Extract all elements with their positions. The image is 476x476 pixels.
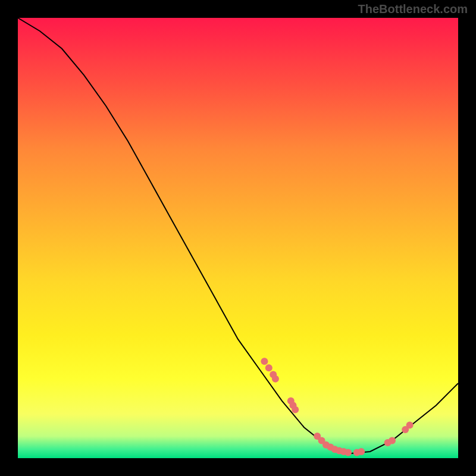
watermark-text: TheBottleneck.com	[358, 2, 468, 16]
data-point	[345, 449, 352, 456]
chart-plot-area	[18, 18, 458, 458]
data-point	[358, 448, 365, 455]
data-points-group	[261, 358, 413, 456]
data-point	[292, 406, 299, 414]
chart-svg	[18, 18, 458, 458]
data-point	[406, 422, 414, 429]
data-point	[265, 364, 273, 371]
data-point	[261, 358, 268, 365]
bottleneck-curve	[18, 18, 458, 454]
data-point	[389, 437, 396, 444]
data-point	[272, 375, 279, 383]
